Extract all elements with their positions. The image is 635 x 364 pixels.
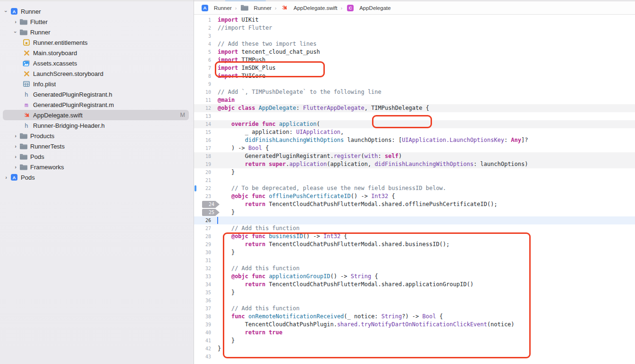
line-number[interactable]: 17 (194, 144, 215, 152)
code-line-17[interactable]: ) -> Bool { (215, 144, 269, 152)
line-number[interactable]: 27 (194, 224, 215, 232)
code-line-22[interactable]: // To be deprecated, please use the new … (215, 184, 446, 192)
line-number[interactable]: 16 (194, 136, 215, 144)
code-line-9[interactable] (215, 80, 218, 88)
disclosure-expanded-icon[interactable]: › (13, 29, 18, 35)
line-number[interactable]: 9 (194, 80, 215, 88)
code-line-33[interactable]: @objc func applicationGroupID() -> Strin… (215, 273, 378, 281)
disclosure-collapsed-icon[interactable]: › (12, 164, 19, 170)
code-line-36[interactable] (215, 297, 218, 305)
line-number[interactable]: 20 (194, 168, 215, 176)
code-line-20[interactable]: } (215, 168, 235, 176)
code-line-40[interactable]: return true (215, 329, 282, 337)
line-number[interactable]: 31 (194, 256, 215, 265)
sidebar-item-pods[interactable]: ›Pods (0, 151, 194, 162)
sidebar-item-products[interactable]: ›Products (0, 131, 194, 141)
line-number[interactable]: 43 (194, 353, 215, 361)
sidebar-item-main-storyboard[interactable]: Main.storyboard (0, 48, 194, 58)
code-line-15[interactable]: _ application: UIApplication, (215, 128, 344, 136)
code-line-8[interactable]: import TUICore (215, 72, 265, 80)
line-number[interactable]: 42 (194, 345, 215, 353)
disclosure-collapsed-icon[interactable]: › (12, 154, 19, 159)
code-line-11[interactable]: @main (215, 96, 235, 104)
code-line-35[interactable]: } (215, 289, 235, 297)
sidebar-divider[interactable] (194, 0, 194, 364)
line-number[interactable]: 19 (194, 160, 215, 168)
code-line-4[interactable]: // Add these two import lines (215, 40, 317, 48)
disclosure-expanded-icon[interactable]: › (3, 8, 9, 15)
sidebar-item-runner-entitlements[interactable]: Runner.entitlements (0, 37, 194, 48)
sidebar-item-frameworks[interactable]: ›Frameworks (0, 162, 194, 172)
code-line-30[interactable]: } (215, 248, 235, 256)
line-number[interactable]: 26 (194, 216, 215, 224)
code-line-42[interactable]: } (215, 345, 221, 353)
code-line-29[interactable]: return TencentCloudChatPushFlutterModal.… (215, 240, 449, 248)
breadcrumb-item-0[interactable]: ARunner (200, 5, 232, 11)
code-line-43[interactable] (215, 353, 218, 361)
line-number[interactable]: 1 (194, 16, 215, 24)
code-line-14[interactable]: override func application( (215, 120, 320, 128)
line-number[interactable]: 13 (194, 112, 215, 120)
line-number[interactable]: 40 (194, 329, 215, 337)
line-number[interactable]: 2 (194, 24, 215, 32)
line-number[interactable]: 14 (194, 120, 215, 128)
sidebar-item-info-plist[interactable]: Info.plist (0, 79, 194, 89)
code-line-2[interactable]: //import Flutter (215, 24, 272, 32)
sidebar-item-runner-bridging-header-h[interactable]: hRunner-Bridging-Header.h (0, 120, 194, 131)
code-line-7[interactable]: import ImSDK_Plus (215, 64, 276, 72)
sidebar-item-pods[interactable]: ›APods (0, 172, 194, 182)
line-number[interactable]: 4 (194, 40, 215, 48)
line-number[interactable]: 22 (194, 184, 215, 192)
code-line-21[interactable] (215, 176, 218, 184)
line-number[interactable]: 25 (194, 208, 215, 216)
sidebar-item-appdelegate-swift[interactable]: AppDelegate.swiftM (0, 110, 194, 120)
disclosure-collapsed-icon[interactable]: › (3, 174, 9, 180)
line-number[interactable]: 28 (194, 232, 215, 240)
line-number[interactable]: 18 (194, 152, 215, 160)
code-line-6[interactable]: import TIMPush (215, 56, 265, 64)
sidebar-item-assets-xcassets[interactable]: Assets.xcassets (0, 58, 194, 68)
code-line-13[interactable] (215, 112, 218, 120)
breadcrumb-item-3[interactable]: CAppDelegate (346, 5, 391, 11)
code-line-31[interactable] (215, 256, 218, 265)
line-number[interactable]: 3 (194, 32, 215, 40)
code-line-19[interactable]: return super.application(application, di… (215, 160, 528, 168)
line-number[interactable]: 35 (194, 289, 215, 297)
breadcrumb-item-1[interactable]: Runner (240, 5, 271, 11)
code-line-39[interactable]: TencentCloudChatPushPlugin.shared.tryNot… (215, 321, 515, 329)
code-line-41[interactable]: } (215, 337, 235, 345)
code-line-32[interactable]: // Add this function (215, 265, 299, 273)
line-number[interactable]: 37 (194, 305, 215, 313)
line-number[interactable]: 12 (194, 104, 215, 112)
line-number[interactable]: 8 (194, 72, 215, 80)
code-line-27[interactable]: // Add this function (215, 224, 299, 232)
line-number[interactable]: 34 (194, 281, 215, 289)
line-number[interactable]: 30 (194, 248, 215, 256)
line-number[interactable]: 5 (194, 48, 215, 56)
code-line-26[interactable] (215, 216, 218, 224)
sidebar-item-runner[interactable]: ›Runner (0, 27, 194, 37)
line-number[interactable]: 24 (194, 200, 215, 208)
code-line-16[interactable]: didFinishLaunchingWithOptions launchOpti… (215, 136, 528, 144)
sidebar-item-runnertests[interactable]: ›RunnerTests (0, 141, 194, 151)
sidebar-item-runner[interactable]: ›ARunner (0, 6, 194, 17)
code-line-12[interactable]: @objc class AppDelegate: FlutterAppDeleg… (215, 104, 429, 112)
code-line-25[interactable]: } (215, 208, 235, 216)
code-line-5[interactable]: import tencent_cloud_chat_push (215, 48, 320, 56)
line-number[interactable]: 23 (194, 192, 215, 200)
line-number[interactable]: 29 (194, 240, 215, 248)
code-line-18[interactable]: GeneratedPluginRegistrant.register(with:… (215, 152, 402, 160)
sidebar-item-launchscreen-storyboard[interactable]: LaunchScreen.storyboard (0, 68, 194, 79)
line-number[interactable]: 21 (194, 176, 215, 184)
line-number[interactable]: 6 (194, 56, 215, 64)
breadcrumb-item-2[interactable]: AppDelegate.swift (280, 4, 338, 11)
sidebar-item-generatedpluginregistrant-h[interactable]: hGeneratedPluginRegistrant.h (0, 89, 194, 99)
line-number[interactable]: 41 (194, 337, 215, 345)
line-number[interactable]: 32 (194, 265, 215, 273)
code-line-10[interactable]: // Add `, TIMPushDelegate` to the follow… (215, 88, 381, 96)
code-line-38[interactable]: func onRemoteNotificationReceived(_ noti… (215, 313, 443, 321)
line-number[interactable]: 15 (194, 128, 215, 136)
code-line-3[interactable] (215, 32, 218, 40)
line-number[interactable]: 10 (194, 88, 215, 96)
line-number[interactable]: 33 (194, 273, 215, 281)
